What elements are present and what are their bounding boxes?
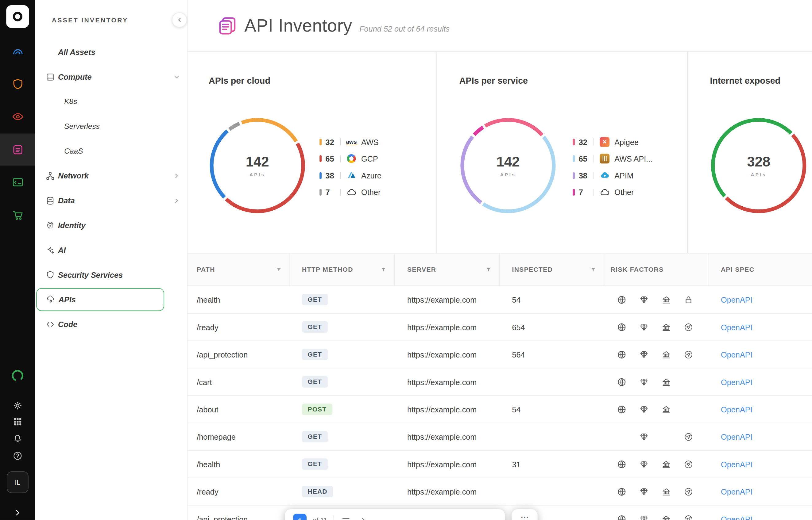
method-badge: GET xyxy=(302,348,328,360)
cell-api-spec: OpenAPI xyxy=(708,286,812,313)
table-row[interactable]: /homepageGEThttps://example.comOpenAPI xyxy=(188,423,812,450)
divider xyxy=(334,515,334,520)
sidebar-item-compute[interactable]: Compute xyxy=(35,65,187,89)
legend-color-chip xyxy=(573,172,574,179)
column-label: SERVER xyxy=(407,266,436,273)
expand-rail-button[interactable] xyxy=(0,508,35,517)
chevron-right-icon xyxy=(173,172,180,180)
sidebar-item-label: All Assets xyxy=(58,48,95,57)
table-row[interactable]: /readyGEThttps://example.com654OpenAPI xyxy=(188,314,812,341)
rail-nav-shield[interactable] xyxy=(0,68,35,100)
table-row[interactable]: /healthGEThttps://example.com54OpenAPI xyxy=(188,286,812,313)
sidebar-item-data[interactable]: Data xyxy=(35,188,187,213)
page-list-button[interactable] xyxy=(340,514,352,520)
divider xyxy=(340,172,341,179)
sidebar-item-k8s[interactable]: K8s xyxy=(35,89,187,114)
cell-risk-factors xyxy=(604,286,708,313)
page-header: API Inventory Found 52 out of 64 results xyxy=(188,0,812,52)
collapse-sidebar-button[interactable] xyxy=(172,12,187,28)
bank-icon xyxy=(661,377,671,387)
column-header-inspected: INSPECTED xyxy=(499,254,604,286)
rail-apps[interactable] xyxy=(0,416,35,427)
legend-item-other: 7Other xyxy=(573,184,653,201)
gem-icon xyxy=(639,377,649,387)
rail-org-logo[interactable] xyxy=(0,368,35,383)
api-spec-link[interactable]: OpenAPI xyxy=(721,432,753,441)
send-icon xyxy=(684,487,693,496)
chart-title: APIs per cloud xyxy=(209,76,270,86)
sidebar-item-network[interactable]: Network xyxy=(35,163,187,188)
filter-icon[interactable] xyxy=(276,266,282,273)
legend-item-aws: 32awsAWS xyxy=(319,133,382,150)
sidebar-item-apis[interactable]: APIs xyxy=(36,288,164,311)
cell-server: https://example.com xyxy=(395,314,499,341)
filter-icon[interactable] xyxy=(380,266,387,273)
donut-total-label: APIs xyxy=(500,172,516,177)
globe-risk-slot xyxy=(611,295,633,305)
cell-risk-factors xyxy=(604,341,708,368)
eye-icon xyxy=(11,110,24,123)
api-spec-link[interactable]: OpenAPI xyxy=(721,515,753,520)
filter-icon[interactable] xyxy=(485,266,492,273)
sidebar-item-identity[interactable]: Identity xyxy=(35,213,187,238)
chevron-down-icon xyxy=(173,73,180,81)
sidebar-item-code[interactable]: Code xyxy=(35,312,187,337)
bank-icon xyxy=(661,349,671,359)
table-row[interactable]: /cartGEThttps://example.comOpenAPI xyxy=(188,368,812,396)
donut-chart: 142APIs xyxy=(459,116,557,215)
divider xyxy=(340,138,341,146)
rail-nav-radar[interactable] xyxy=(0,35,35,68)
api-spec-link[interactable]: OpenAPI xyxy=(721,295,753,304)
sidebar-item-ai[interactable]: AI xyxy=(35,238,187,262)
sidebar-item-security-services[interactable]: Security Services xyxy=(35,262,187,287)
table-row[interactable]: /readyHEADhttps://example.comOpenAPI xyxy=(188,478,812,505)
terminal-icon xyxy=(11,176,24,188)
rail-help[interactable] xyxy=(0,451,35,461)
bank-icon xyxy=(661,514,671,520)
api-spec-link[interactable]: OpenAPI xyxy=(721,405,753,414)
table-row[interactable]: /api_protectionGEThttps://example.com564… xyxy=(188,341,812,368)
sidebar-item-caas[interactable]: CaaS xyxy=(35,139,187,164)
rail-nav-eye[interactable] xyxy=(0,100,35,132)
cell-path: /api_protection xyxy=(188,505,290,520)
api-spec-link[interactable]: OpenAPI xyxy=(721,487,753,496)
cell-risk-factors xyxy=(604,451,708,478)
api-spec-link[interactable]: OpenAPI xyxy=(721,322,753,332)
cell-inspected: 654 xyxy=(499,314,604,341)
globe-icon xyxy=(617,514,626,520)
bell-icon xyxy=(13,433,23,443)
current-page-button[interactable]: 1 xyxy=(293,514,306,520)
cell-api-spec: OpenAPI xyxy=(708,341,812,368)
next-page-button[interactable] xyxy=(358,514,369,520)
rail-nav-inventory[interactable] xyxy=(0,133,35,165)
rail-settings[interactable] xyxy=(0,400,35,411)
filter-icon[interactable] xyxy=(590,266,596,273)
cell-inspected xyxy=(499,423,604,450)
api-table: PATHHTTP METHODSERVERINSPECTEDRISK FACTO… xyxy=(188,254,812,520)
sparkle-icon xyxy=(46,245,55,255)
rail-nav-cart[interactable] xyxy=(0,199,35,231)
cell-server: https://example.com xyxy=(395,451,499,478)
api-spec-link[interactable]: OpenAPI xyxy=(721,378,753,386)
bank-risk-slot xyxy=(655,295,678,305)
globe-icon xyxy=(617,349,626,359)
api-spec-link[interactable]: OpenAPI xyxy=(721,350,753,359)
rail-nav-terminal[interactable] xyxy=(0,166,35,198)
rail-notifications[interactable] xyxy=(0,433,35,443)
cell-path: /about xyxy=(188,396,290,423)
product-logo[interactable] xyxy=(6,5,29,28)
cell-path: /api_protection xyxy=(188,341,290,368)
send-icon xyxy=(684,432,693,442)
pagination-more-button[interactable]: ⋯ xyxy=(512,509,537,520)
sidebar-item-all-assets[interactable]: All Assets xyxy=(35,40,187,65)
sidebar-item-serverless[interactable]: Serverless xyxy=(35,114,187,139)
table-row[interactable]: /healthGEThttps://example.com31OpenAPI xyxy=(188,451,812,478)
cell-inspected: 54 xyxy=(499,396,604,423)
method-badge: HEAD xyxy=(302,486,333,497)
send-icon xyxy=(684,514,693,520)
globe-risk-slot xyxy=(611,459,633,469)
table-row[interactable]: /aboutPOSThttps://example.com54OpenAPI xyxy=(188,396,812,423)
account-button[interactable]: IL xyxy=(7,471,28,493)
bank-risk-slot xyxy=(655,405,678,414)
api-spec-link[interactable]: OpenAPI xyxy=(721,460,753,468)
